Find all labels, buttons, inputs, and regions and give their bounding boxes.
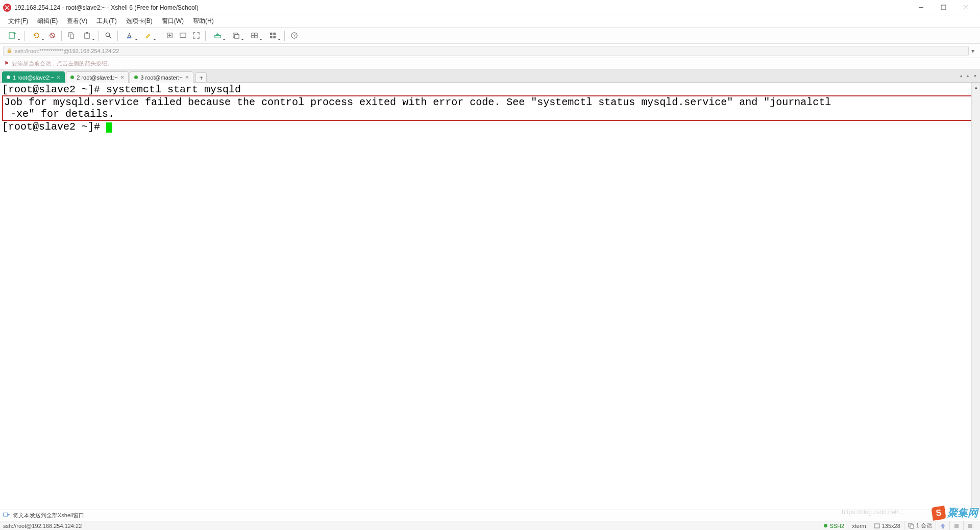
status-scroll bbox=[963, 521, 977, 530]
help-button[interactable]: ? bbox=[288, 30, 300, 42]
status-dot-icon bbox=[134, 75, 138, 79]
tab-list-button[interactable]: ▾ bbox=[972, 73, 978, 79]
terminal-line: Job for mysqld.service failed because th… bbox=[4, 96, 831, 108]
indicator-icon bbox=[940, 523, 946, 529]
tab-next-button[interactable]: ▸ bbox=[965, 73, 971, 79]
svg-rect-17 bbox=[273, 33, 276, 35]
menubar: 文件(F) 编辑(E) 查看(V) 工具(T) 选项卡(B) 窗口(W) 帮助(… bbox=[0, 15, 980, 28]
menu-edit[interactable]: 编辑(E) bbox=[33, 16, 62, 27]
tabstrip: 1 root@slave2:~ × 2 root@slave1:~ × 3 ro… bbox=[0, 69, 980, 83]
scroll-up-icon[interactable]: ▴ bbox=[972, 83, 980, 91]
menu-help[interactable]: 帮助(H) bbox=[189, 16, 218, 27]
scroll-lock-button[interactable] bbox=[163, 30, 176, 42]
send-icon bbox=[3, 512, 10, 519]
addressbar[interactable]: ssh://root:***********@192.168.254.124:2… bbox=[3, 46, 969, 56]
copy-button[interactable] bbox=[65, 30, 77, 42]
find-button[interactable] bbox=[102, 30, 114, 42]
terminal[interactable]: [root@slave2 ~]# systemctl start mysqld … bbox=[0, 83, 980, 510]
clear-screen-button[interactable] bbox=[177, 30, 189, 42]
toolbar-separator bbox=[205, 31, 206, 41]
flag-icon: ⚑ bbox=[4, 60, 9, 67]
terminal-scrollbar[interactable]: ▴ bbox=[971, 83, 980, 510]
tab-session-3[interactable]: 3 root@master:~ × bbox=[130, 71, 193, 83]
svg-rect-26 bbox=[910, 525, 914, 528]
addressbar-text: ssh://root:***********@192.168.254.124:2… bbox=[15, 48, 119, 54]
svg-rect-6 bbox=[86, 32, 88, 34]
svg-rect-9 bbox=[127, 37, 131, 38]
send-to-all-bar[interactable]: 将文本发送到全部Xshell窗口 bbox=[0, 510, 980, 521]
svg-rect-24 bbox=[874, 524, 879, 528]
tab-session-1[interactable]: 1 root@slave2:~ × bbox=[2, 71, 65, 83]
window-titlebar: 192.168.254.124 - root@slave2:~ - Xshell… bbox=[0, 0, 980, 15]
app-icon bbox=[3, 4, 11, 12]
maximize-button[interactable] bbox=[932, 1, 954, 15]
reconnect-button[interactable] bbox=[28, 30, 45, 42]
new-session-button[interactable] bbox=[4, 30, 21, 42]
tab-label: 2 root@slave1:~ bbox=[77, 74, 118, 81]
highlight-button[interactable] bbox=[139, 30, 157, 42]
minimize-button[interactable] bbox=[910, 1, 932, 15]
svg-rect-16 bbox=[270, 33, 272, 35]
status-dot-icon bbox=[70, 75, 74, 79]
addressbar-dropdown[interactable]: ▾ bbox=[969, 47, 977, 55]
transfer-button[interactable] bbox=[209, 30, 226, 42]
svg-rect-14 bbox=[234, 35, 238, 39]
terminal-line: -xe" for details. bbox=[4, 108, 114, 120]
statusbar: ssh://root@192.168.254.124:22 SSH2 xterm… bbox=[0, 521, 980, 530]
svg-rect-5 bbox=[84, 33, 89, 38]
svg-rect-27 bbox=[954, 524, 959, 528]
hint-text: 要添加当前会话，点击左侧的箭头按钮。 bbox=[12, 60, 113, 67]
svg-rect-23 bbox=[4, 513, 8, 516]
tabstrip-nav: ◂ ▸ ▾ bbox=[955, 69, 980, 82]
disconnect-button[interactable] bbox=[46, 30, 58, 42]
tab-session-2[interactable]: 2 root@slave1:~ × bbox=[66, 71, 129, 83]
indicator-icon bbox=[953, 523, 960, 529]
terminal-line: [root@slave2 ~]# systemctl start mysqld bbox=[2, 84, 241, 95]
status-termtype: xterm bbox=[848, 521, 870, 530]
tab-close-button[interactable]: × bbox=[185, 74, 189, 81]
lock-icon bbox=[7, 48, 12, 54]
tab-label: 1 root@slave2:~ bbox=[13, 74, 54, 81]
menu-tab[interactable]: 选项卡(B) bbox=[122, 16, 157, 27]
indicator-icon bbox=[967, 523, 973, 529]
svg-text:A: A bbox=[127, 32, 131, 38]
svg-text:?: ? bbox=[293, 33, 296, 38]
status-num bbox=[949, 521, 963, 530]
font-color-button[interactable]: A bbox=[121, 30, 138, 42]
tab-close-button[interactable]: × bbox=[57, 74, 61, 81]
arrange-button[interactable] bbox=[264, 30, 281, 42]
toolbar: A ? bbox=[0, 28, 980, 44]
svg-rect-11 bbox=[180, 33, 185, 37]
menu-window[interactable]: 窗口(W) bbox=[158, 16, 188, 27]
window-title: 192.168.254.124 - root@slave2:~ - Xshell… bbox=[14, 4, 199, 11]
error-highlight-box: Job for mysqld.service failed because th… bbox=[2, 95, 978, 121]
svg-rect-28 bbox=[968, 524, 972, 528]
tab-add-button[interactable]: + bbox=[195, 72, 207, 83]
fullscreen-button[interactable] bbox=[190, 30, 202, 42]
tab-prev-button[interactable]: ◂ bbox=[958, 73, 964, 79]
menu-view[interactable]: 查看(V) bbox=[63, 16, 91, 27]
menu-tools[interactable]: 工具(T) bbox=[92, 16, 120, 27]
toolbar-separator bbox=[99, 31, 99, 41]
cursor bbox=[106, 122, 112, 133]
svg-rect-0 bbox=[941, 5, 946, 10]
status-connection: ssh://root@192.168.254.124:22 bbox=[3, 523, 820, 529]
hint-bar: ⚑ 要添加当前会话，点击左侧的箭头按钮。 bbox=[0, 58, 980, 69]
ssh-status-icon bbox=[824, 524, 827, 527]
new-window-button[interactable] bbox=[227, 30, 244, 42]
svg-point-7 bbox=[106, 33, 110, 37]
toolbar-separator bbox=[24, 31, 24, 41]
paste-button[interactable] bbox=[78, 30, 95, 42]
tab-label: 3 root@master:~ bbox=[140, 74, 182, 81]
svg-rect-22 bbox=[8, 51, 11, 54]
tab-close-button[interactable]: × bbox=[120, 74, 125, 81]
layout-button[interactable] bbox=[246, 30, 263, 42]
send-bar-text: 将文本发送到全部Xshell窗口 bbox=[13, 512, 84, 519]
menu-file[interactable]: 文件(F) bbox=[4, 16, 32, 27]
close-button[interactable] bbox=[954, 1, 977, 15]
status-sessions: 1 会话 bbox=[904, 521, 936, 530]
status-ssh: SSH2 bbox=[820, 521, 848, 530]
terminal-prompt: [root@slave2 ~]# bbox=[2, 121, 106, 133]
svg-rect-18 bbox=[270, 36, 272, 38]
svg-rect-4 bbox=[70, 34, 74, 38]
